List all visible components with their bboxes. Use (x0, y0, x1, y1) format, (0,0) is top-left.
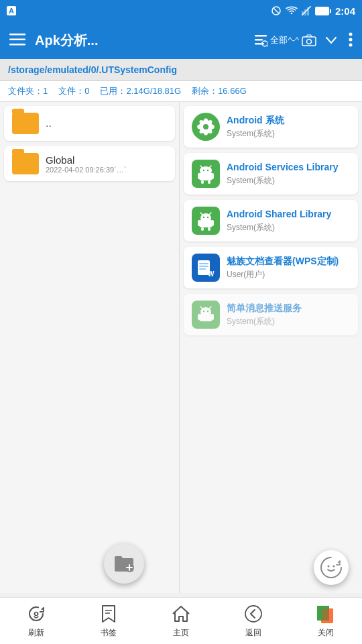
settings-icon (196, 117, 215, 136)
status-bar: A 2:04 (0, 0, 362, 21)
home-icon (172, 604, 190, 623)
list-item[interactable]: W 魅族文档查看器(WPS定制) User(用户) (184, 247, 358, 288)
three-dots-icon (349, 32, 353, 47)
svg-rect-7 (330, 9, 331, 13)
svg-rect-44 (201, 227, 204, 231)
right-panel: Android 系统 System(系统) (180, 102, 362, 593)
android-robot-icon (196, 164, 216, 184)
app-info: 简单消息推送服务 System(系统) (227, 302, 350, 327)
smiley-refresh-icon (320, 556, 343, 579)
list-item[interactable]: 简单消息推送服务 System(系统) (184, 294, 358, 335)
svg-line-55 (200, 307, 202, 309)
app-title: Apk分析... (35, 32, 247, 50)
list-search-icon (254, 34, 267, 47)
bottom-nav: 刷新 书签 主页 返回 (0, 597, 362, 644)
folder-label: Global (46, 154, 126, 166)
app-icon: W (192, 254, 220, 282)
app-type: System(系统) (227, 316, 350, 327)
svg-rect-35 (208, 180, 210, 184)
nav-label-bookmark: 书签 (101, 627, 117, 639)
svg-point-21 (203, 124, 208, 129)
search-label: 全部^-^ (270, 34, 299, 46)
app-icon (192, 207, 220, 235)
menu-button[interactable] (7, 31, 28, 50)
status-right: 2:04 (271, 5, 355, 17)
folder-icon (12, 113, 39, 134)
dropdown-button[interactable] (323, 33, 339, 48)
refresh-icon (27, 604, 46, 623)
svg-point-19 (349, 38, 353, 41)
main-content: .. Global 2022-04-02 09:26:39´…` (0, 102, 362, 593)
svg-line-30 (200, 166, 202, 168)
app-type: User(用户) (227, 269, 350, 280)
nav-item-close[interactable]: 关闭 (290, 603, 362, 639)
search-area[interactable]: 全部^-^ (254, 34, 316, 47)
nav-item-refresh[interactable]: 刷新 (0, 603, 72, 639)
svg-rect-48 (199, 263, 208, 264)
svg-text:W: W (208, 270, 215, 278)
hamburger-icon (9, 34, 25, 46)
svg-rect-11 (255, 35, 267, 37)
svg-rect-57 (199, 314, 213, 321)
nav-label-home: 主页 (173, 627, 189, 639)
svg-point-28 (203, 170, 204, 171)
svg-point-65 (333, 566, 335, 568)
wifi-icon (286, 6, 298, 15)
svg-point-54 (207, 311, 208, 312)
svg-rect-33 (211, 173, 215, 179)
list-item[interactable]: Global 2022-04-02 09:26:39´…` (4, 146, 175, 181)
nav-item-bookmark[interactable]: 书签 (72, 603, 145, 639)
app-name: Android 系统 (227, 114, 350, 126)
folder-icon (12, 153, 39, 174)
svg-rect-58 (198, 314, 201, 320)
svg-rect-42 (198, 220, 201, 226)
svg-point-53 (203, 311, 204, 312)
svg-rect-6 (315, 7, 328, 15)
fab-area (104, 543, 144, 584)
float-smiley-button[interactable] (314, 550, 349, 585)
nav-icon-bookmark (98, 603, 119, 625)
wps-icon: W (196, 258, 216, 278)
svg-rect-9 (9, 38, 25, 40)
folder-label: .. (46, 117, 52, 129)
svg-point-38 (207, 217, 208, 218)
svg-point-68 (34, 613, 36, 614)
app-icon (192, 113, 220, 141)
folder-name: .. (46, 117, 52, 129)
list-item[interactable]: .. (4, 106, 175, 141)
info-bar: 文件夹：1 文件：0 已用：2.14G/18.81G 剩余：16.66G (0, 81, 362, 102)
nav-item-home[interactable]: 主页 (145, 603, 217, 639)
app-info: 魅族文档查看器(WPS定制) User(用户) (227, 255, 350, 280)
list-item[interactable]: Android Shared Library System(系统) (184, 200, 358, 241)
mute-icon (271, 6, 282, 15)
nav-icon-back (243, 603, 264, 625)
android-robot-icon (196, 305, 216, 325)
svg-line-56 (209, 307, 211, 309)
svg-point-63 (321, 557, 341, 578)
sim-icon: A (7, 6, 16, 15)
used-space: 已用：2.14G/18.81G (100, 85, 181, 97)
svg-rect-8 (9, 34, 25, 36)
nav-label-back: 返回 (245, 627, 261, 639)
svg-point-66 (29, 607, 43, 621)
bookmark-icon (101, 604, 117, 623)
list-item[interactable]: Android 系统 System(系统) (184, 106, 358, 148)
nav-item-back[interactable]: 返回 (217, 603, 290, 639)
nav-label-close: 关闭 (318, 627, 334, 639)
folder-info: Global 2022-04-02 09:26:39´…` (46, 154, 126, 174)
folder-date: 2022-04-02 09:26:39´…` (46, 166, 126, 174)
list-item[interactable]: Android Services Library System(系统) (184, 153, 358, 195)
more-button[interactable] (346, 30, 355, 52)
time-display: 2:04 (335, 5, 355, 17)
file-count: 文件：0 (58, 85, 89, 97)
svg-rect-50 (199, 268, 206, 270)
add-folder-button[interactable] (104, 543, 144, 584)
svg-rect-12 (255, 39, 263, 41)
remaining-space: 剩余：16.66G (192, 85, 247, 97)
svg-rect-49 (199, 266, 208, 267)
svg-rect-59 (211, 314, 215, 320)
left-panel: .. Global 2022-04-02 09:26:39´…` (0, 102, 180, 593)
svg-point-18 (349, 32, 353, 36)
folder-add-icon (113, 554, 135, 573)
signal-icon (302, 6, 311, 15)
